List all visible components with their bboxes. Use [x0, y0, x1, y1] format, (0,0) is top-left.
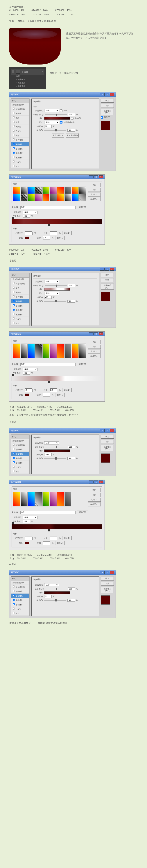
layer-style-dialog-4: 图层样式−□× 样式 混合选项:默认 斜面和浮雕 颜色叠加 渐变叠加 渐变叠加 … [9, 570, 116, 618]
ok-button[interactable]: 确定 [88, 183, 101, 187]
save-button[interactable]: 存储(S)... [88, 197, 101, 201]
layers-panel: 下端面fx 效果 ○ 渐变叠加 ○ 渐变叠加 ○ 渐变叠加 [9, 67, 46, 89]
preset-swatch[interactable] [79, 194, 86, 201]
ok-button[interactable]: 确定 [101, 98, 114, 102]
section3-top: 上边： 0% 28% 100% 41% 100% 59% 0% 86% [9, 409, 138, 412]
close-icon[interactable]: × [99, 175, 103, 178]
color-position-input[interactable] [42, 236, 50, 240]
gradient-editor-dialog: 渐变编辑器−□× 预设 确定 取消 载入(L)... 存储(S)... 名称(N… [9, 175, 105, 245]
preset-swatch[interactable] [64, 194, 71, 201]
color-row-2: #41070668% #22010089% #0f0000100% [9, 13, 138, 16]
list-item[interactable]: 内阴影 [11, 124, 29, 129]
preset-grid [13, 187, 86, 201]
preset-swatch[interactable] [21, 187, 28, 194]
load-button[interactable]: 载入(L)... [88, 192, 101, 196]
reverse-checkbox[interactable] [71, 117, 74, 120]
front-label: 立面 [9, 20, 14, 23]
preview-swatch [101, 121, 110, 130]
order-label: 从左往右顺序： [9, 5, 138, 9]
preset-swatch[interactable] [72, 194, 79, 201]
preset-swatch[interactable] [79, 187, 86, 194]
preset-swatch[interactable] [28, 194, 35, 201]
scale-input[interactable] [67, 129, 75, 132]
preset-swatch[interactable] [13, 187, 20, 194]
preset-swatch[interactable] [57, 187, 64, 194]
stop-opacity-input[interactable] [25, 231, 32, 235]
scale-slider[interactable] [44, 130, 66, 131]
style-list: 样式 混合选项:默认 斜面和浮雕 描边 内阴影 颜色叠加 渐变叠加 渐变叠加 渐… [11, 273, 30, 326]
preset-swatch[interactable] [64, 187, 71, 194]
list-item[interactable]: 等高线 [11, 111, 29, 116]
angle-input[interactable] [44, 125, 52, 128]
smooth-input[interactable] [23, 215, 30, 218]
restore-default-button[interactable]: 复位为默认值 [66, 133, 79, 137]
minimize-icon[interactable]: − [100, 93, 105, 96]
maximize-icon[interactable]: □ [94, 175, 98, 178]
delete-button[interactable]: 删除(D) [62, 231, 72, 235]
gradient-picker[interactable] [44, 117, 70, 120]
preset-swatch[interactable] [50, 194, 57, 201]
stop-position-input[interactable] [50, 231, 57, 235]
preset-swatch[interactable] [57, 194, 64, 201]
section4-label: 左侧边 [9, 562, 17, 566]
footer-note: 这里渐变的具体数值于上一样相同 只需要调整角度即可 [9, 621, 138, 625]
cancel-button[interactable]: 取消 [88, 188, 101, 192]
preset-swatch[interactable] [42, 187, 50, 194]
preset-swatch[interactable] [28, 187, 35, 194]
list-item[interactable]: 渐变叠加 [11, 147, 29, 151]
style-select[interactable]: 线性 [44, 121, 59, 124]
list-item[interactable]: 外发光 [11, 160, 29, 164]
align-checkbox[interactable] [60, 121, 62, 124]
list-item[interactable]: 混合选项:默认 [11, 103, 29, 107]
gradient-name-input[interactable] [20, 206, 76, 209]
section4-bottom: 下边： #330100 35% #580a0a 43% #330100 48% [9, 554, 138, 557]
cup-note: 这里的三条边是运用渐变叠加制作的算是我偷懒了~~大家可以尝试，当然有更好的方法我… [66, 28, 138, 40]
gradient-type-select[interactable]: 实底 [23, 211, 37, 214]
preset-swatch[interactable] [21, 194, 28, 201]
new-button[interactable]: 新建(W) [77, 205, 88, 209]
close-icon[interactable]: × [110, 268, 114, 271]
list-item-selected[interactable]: 渐变叠加 [11, 142, 29, 147]
list-item[interactable]: 斜面和浮雕 [11, 107, 29, 111]
new-style-button[interactable]: 新建样式(W)... [101, 109, 114, 115]
preset-swatch[interactable] [35, 194, 42, 201]
list-item[interactable]: 描边 [11, 120, 29, 124]
color-chip[interactable] [25, 237, 29, 239]
list-item[interactable]: 图案叠加 [11, 155, 29, 160]
minimize-icon[interactable]: − [100, 268, 105, 271]
section4-top: 上边： 0% 30% 100% 33% 100% 59% 0% 78% [9, 557, 138, 560]
eye-icon[interactable] [12, 70, 14, 73]
preset-swatch[interactable] [72, 187, 79, 194]
set-default-button[interactable]: 设置为默认值 [52, 133, 64, 137]
cup-render [9, 28, 61, 64]
list-item[interactable]: 纹理 [11, 116, 29, 120]
opacity-input[interactable] [68, 113, 75, 116]
gradient-strip[interactable] [11, 219, 102, 224]
section3-label: 下侧边 [9, 421, 17, 424]
blend-mode-select[interactable]: 正常 [44, 109, 59, 112]
list-item[interactable]: 渐变叠加 [11, 151, 29, 155]
preset-swatch[interactable] [50, 187, 57, 194]
section3-bottom: 下边： #ca9295 35% #b48887 44% #580a0a 55% [9, 405, 138, 409]
preview-checkbox[interactable] [101, 116, 103, 119]
maximize-icon[interactable]: □ [105, 93, 109, 96]
preset-swatch[interactable] [35, 187, 42, 194]
layer-thumb[interactable] [16, 70, 20, 73]
cancel-button[interactable]: 取消 [101, 104, 114, 108]
close-icon[interactable]: × [110, 93, 114, 96]
list-item[interactable]: 颜色叠加 [11, 138, 29, 142]
section2-label: 右侧边 [9, 259, 17, 262]
list-item[interactable]: 内发光 [11, 129, 29, 133]
maximize-icon[interactable]: □ [105, 268, 109, 271]
list-item[interactable]: 光泽 [11, 133, 29, 138]
preset-swatch[interactable] [13, 194, 20, 201]
opacity-slider[interactable] [45, 114, 67, 115]
dither-checkbox[interactable] [60, 110, 62, 112]
minimize-icon[interactable]: − [89, 175, 93, 178]
delete-button[interactable]: 删除(D) [55, 236, 64, 240]
list-item[interactable]: 投影 [11, 164, 29, 168]
section2-row2: #41070687% #2b0102100% [9, 253, 138, 255]
section3-note: 还有一个点要注意，渐变的位置需要大家进行细微调整，耐住性子 [9, 413, 138, 417]
preset-swatch[interactable] [42, 194, 50, 201]
front-note: 这里有一个麻烦点需要大家用心调整 [18, 20, 56, 23]
